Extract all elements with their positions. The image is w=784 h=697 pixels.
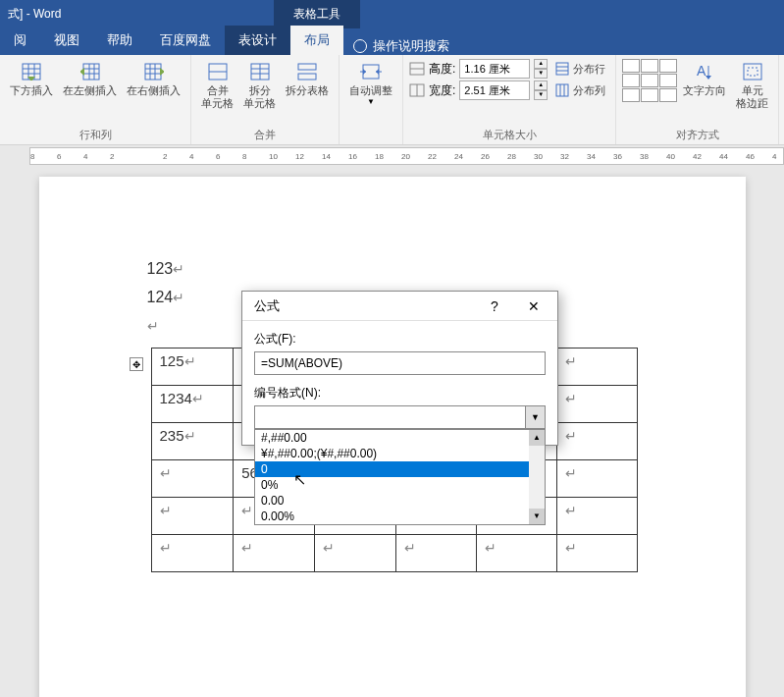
distribute-rows-button[interactable]: 分布行 bbox=[551, 60, 609, 79]
table-cell[interactable]: 125↵ bbox=[151, 348, 234, 386]
formula-dialog: 公式 ? ✕ 公式(F): 编号格式(N): ▼ #,##0.00¥#,##0.… bbox=[241, 291, 558, 446]
svg-rect-25 bbox=[298, 74, 316, 80]
table-cell[interactable]: ↵ bbox=[315, 535, 396, 572]
alignment-grid bbox=[622, 59, 677, 102]
svg-rect-45 bbox=[748, 68, 758, 76]
scroll-up-button[interactable]: ▲ bbox=[529, 430, 545, 446]
tell-me-search[interactable]: 操作说明搜索 bbox=[343, 37, 459, 55]
table-cell[interactable]: ↵ bbox=[234, 535, 315, 572]
dropdown-option[interactable]: 0.00% bbox=[255, 509, 545, 524]
height-label: 高度: bbox=[429, 61, 455, 78]
ruler-mark: 2 bbox=[110, 152, 114, 161]
table-cell[interactable]: ↵ bbox=[556, 535, 637, 572]
height-input[interactable] bbox=[459, 59, 530, 79]
autofit-button[interactable]: 自动调整 ▼ bbox=[345, 59, 396, 108]
align-bottom-center[interactable] bbox=[641, 88, 658, 102]
dropdown-scrollbar[interactable]: ▲ ▼ bbox=[529, 430, 545, 524]
svg-marker-30 bbox=[376, 69, 379, 75]
svg-marker-43 bbox=[706, 76, 711, 80]
insert-left-button[interactable]: 在左侧插入 bbox=[59, 59, 121, 99]
ruler-mark: 20 bbox=[401, 152, 410, 161]
height-spinner[interactable]: ▲▼ bbox=[534, 59, 548, 79]
align-top-left[interactable] bbox=[622, 59, 640, 73]
ruler-mark: 16 bbox=[348, 152, 357, 161]
align-bottom-right[interactable] bbox=[659, 88, 677, 102]
align-middle-left[interactable] bbox=[622, 74, 640, 87]
autofit-label: 自动调整 bbox=[349, 84, 392, 97]
align-top-center[interactable] bbox=[641, 59, 658, 73]
row-height-icon bbox=[409, 62, 425, 76]
table-cell[interactable]: ↵ bbox=[556, 348, 637, 386]
svg-rect-24 bbox=[298, 64, 316, 70]
ruler-mark: 2 bbox=[163, 152, 167, 161]
table-cell[interactable]: 1234↵ bbox=[151, 386, 234, 423]
ruler-mark: 8 bbox=[30, 152, 34, 161]
dropdown-option[interactable]: 0% bbox=[255, 477, 545, 493]
ruler-mark: 6 bbox=[57, 152, 61, 161]
formula-input[interactable] bbox=[254, 351, 546, 375]
dropdown-option[interactable]: ¥#,##0.00;(¥#,##0.00) bbox=[255, 446, 545, 461]
dialog-help-button[interactable]: ? bbox=[479, 295, 510, 318]
ruler-mark: 34 bbox=[587, 152, 596, 161]
insert-below-button[interactable]: 下方插入 bbox=[6, 59, 57, 99]
ruler-mark: 38 bbox=[640, 152, 649, 161]
cell-margins-button[interactable]: 单元 格边距 bbox=[732, 59, 772, 112]
tab-view[interactable]: 视图 bbox=[40, 26, 93, 55]
tab-help[interactable]: 帮助 bbox=[93, 26, 146, 55]
width-spinner[interactable]: ▲▼ bbox=[534, 80, 548, 100]
svg-rect-38 bbox=[556, 84, 568, 96]
insert-right-button[interactable]: 在右侧插入 bbox=[123, 59, 184, 99]
formula-label: 公式(F): bbox=[254, 331, 546, 348]
align-middle-right[interactable] bbox=[659, 74, 677, 87]
ruler-mark: 8 bbox=[242, 152, 246, 161]
dialog-close-button[interactable]: ✕ bbox=[518, 295, 549, 318]
horizontal-ruler[interactable]: 8642246810121416182022242628303234363840… bbox=[29, 147, 784, 165]
scroll-down-button[interactable]: ▼ bbox=[529, 509, 545, 524]
tab-table-design[interactable]: 表设计 bbox=[225, 26, 290, 55]
table-cell[interactable]: ↵ bbox=[396, 535, 477, 572]
doc-line-1: 123↵ bbox=[147, 255, 638, 284]
ruler-mark: 10 bbox=[269, 152, 278, 161]
bulb-icon bbox=[353, 39, 367, 53]
combo-dropdown-button[interactable]: ▼ bbox=[525, 406, 545, 428]
align-middle-center[interactable] bbox=[641, 74, 658, 87]
tab-baidu[interactable]: 百度网盘 bbox=[146, 26, 225, 55]
svg-marker-11 bbox=[80, 68, 84, 76]
svg-rect-12 bbox=[145, 64, 161, 80]
table-move-handle[interactable]: ✥ bbox=[130, 357, 143, 371]
cell-margins-label: 单元 格边距 bbox=[736, 84, 768, 110]
table-cell[interactable]: ↵ bbox=[151, 498, 234, 535]
text-direction-button[interactable]: A 文字方向 bbox=[679, 59, 730, 99]
split-cells-button[interactable]: 拆分 单元格 bbox=[239, 59, 280, 112]
table-cell[interactable]: ↵ bbox=[556, 498, 637, 535]
svg-rect-33 bbox=[556, 63, 568, 75]
cell-size-group-label: 单元格大小 bbox=[409, 126, 609, 142]
tab-review[interactable]: 阅 bbox=[0, 26, 40, 55]
table-cell[interactable]: ↵ bbox=[151, 460, 234, 498]
table-cell[interactable]: ↵ bbox=[477, 535, 557, 572]
table-cell[interactable]: 235↵ bbox=[151, 423, 234, 460]
table-cell[interactable]: ↵ bbox=[151, 535, 234, 572]
dropdown-option[interactable]: #,##0.00 bbox=[255, 430, 545, 446]
ribbon-group-cell-size: 高度: ▲▼ 分布行 宽度: ▲▼ 分布列 单元格大小 bbox=[403, 55, 616, 144]
table-cell[interactable]: ↵ bbox=[556, 386, 637, 423]
tab-layout[interactable]: 布局 bbox=[290, 26, 343, 55]
ruler-mark: 28 bbox=[507, 152, 516, 161]
align-top-right[interactable] bbox=[659, 59, 677, 73]
table-cell[interactable]: ↵ bbox=[556, 423, 637, 460]
merge-group-label: 合并 bbox=[197, 126, 333, 142]
number-format-label: 编号格式(N): bbox=[254, 385, 546, 402]
table-cell[interactable]: ↵ bbox=[556, 460, 637, 498]
align-bottom-left[interactable] bbox=[622, 88, 640, 102]
title-bar: 式] - Word 表格工具 bbox=[0, 0, 784, 27]
dialog-titlebar[interactable]: 公式 ? ✕ bbox=[242, 292, 557, 321]
distribute-cols-button[interactable]: 分布列 bbox=[551, 81, 609, 100]
ruler-mark: 30 bbox=[534, 152, 543, 161]
dialog-title-text: 公式 bbox=[254, 297, 280, 315]
split-table-button[interactable]: 拆分表格 bbox=[282, 59, 333, 99]
merge-cells-button[interactable]: 合并 单元格 bbox=[197, 59, 237, 112]
dropdown-option[interactable]: 0.00 bbox=[255, 493, 545, 509]
width-input[interactable] bbox=[459, 80, 530, 100]
dropdown-option[interactable]: 0 bbox=[255, 461, 545, 477]
number-format-combo[interactable] bbox=[254, 405, 546, 429]
